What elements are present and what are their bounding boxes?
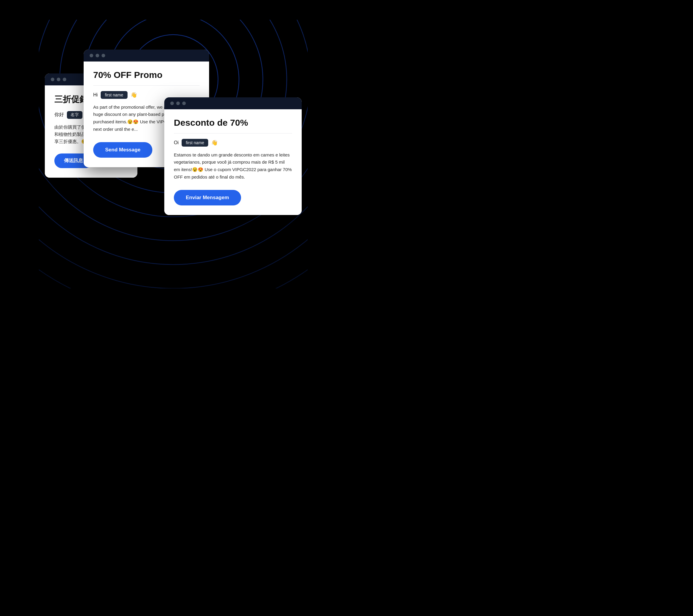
dot-3 (102, 54, 105, 57)
card-pt-body: Desconto de 70% Oi first name 👋 Estamos … (164, 109, 302, 215)
card-pt-greeting-prefix: Oi (174, 140, 179, 145)
card-zh-name-badge: 名字 (67, 111, 82, 119)
card-pt-header (164, 97, 302, 109)
dot-2 (96, 54, 99, 57)
card-pt-greeting-row: Oi first name 👋 (174, 139, 292, 147)
card-pt-name-badge: first name (182, 139, 208, 147)
dot-2 (57, 78, 60, 81)
dot-2 (176, 102, 180, 105)
cards-scene: 三折促銷 你好 名字 👋 由於你購買了價值超過 $5,000 肉類和植物性奶製品… (39, 38, 308, 270)
card-en-header (84, 49, 209, 62)
card-en-greeting-emoji: 👋 (131, 92, 137, 98)
dot-3 (182, 102, 186, 105)
card-portuguese: Desconto de 70% Oi first name 👋 Estamos … (164, 97, 302, 215)
dot-1 (170, 102, 174, 105)
dot-3 (63, 78, 66, 81)
dot-1 (51, 78, 54, 81)
card-pt-body-text: Estamos te dando um grande desconto em c… (174, 151, 292, 181)
card-zh-greeting-prefix: 你好 (54, 112, 64, 118)
dot-1 (90, 54, 93, 57)
card-en-greeting-prefix: Hi (93, 92, 98, 98)
card-en-send-button[interactable]: Send Message (93, 142, 152, 158)
card-en-title: 70% OFF Promo (93, 70, 200, 86)
card-en-name-badge: first name (101, 91, 127, 99)
card-pt-title: Desconto de 70% (174, 118, 292, 134)
card-pt-send-button[interactable]: Enviar Mensagem (174, 190, 241, 205)
card-pt-greeting-emoji: 👋 (211, 140, 218, 146)
